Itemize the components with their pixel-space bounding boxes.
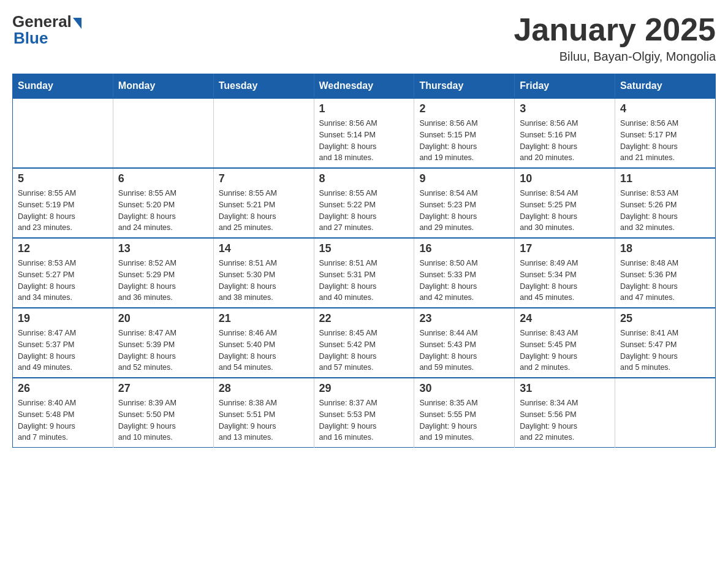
day-info: Sunrise: 8:37 AM Sunset: 5:53 PM Dayligh… [319,397,409,443]
calendar-day-cell [113,98,213,168]
day-number: 5 [18,172,108,185]
day-number: 21 [219,312,309,325]
day-number: 7 [219,172,309,185]
day-number: 25 [620,312,710,325]
day-info: Sunrise: 8:55 AM Sunset: 5:21 PM Dayligh… [219,188,309,234]
day-number: 9 [419,172,509,185]
calendar-day-cell: 11Sunrise: 8:53 AM Sunset: 5:26 PM Dayli… [615,168,716,238]
calendar-day-cell: 1Sunrise: 8:56 AM Sunset: 5:14 PM Daylig… [314,98,414,168]
calendar-day-cell: 2Sunrise: 8:56 AM Sunset: 5:15 PM Daylig… [414,98,515,168]
day-info: Sunrise: 8:56 AM Sunset: 5:17 PM Dayligh… [620,118,710,164]
logo-blue-text: Blue [13,29,48,48]
calendar-day-cell: 21Sunrise: 8:46 AM Sunset: 5:40 PM Dayli… [213,308,314,378]
calendar-day-cell: 3Sunrise: 8:56 AM Sunset: 5:16 PM Daylig… [515,98,615,168]
day-info: Sunrise: 8:55 AM Sunset: 5:19 PM Dayligh… [18,188,108,234]
title-section: January 2025 Biluu, Bayan-Olgiy, Mongoli… [514,12,716,64]
day-info: Sunrise: 8:34 AM Sunset: 5:56 PM Dayligh… [520,397,610,443]
day-of-week-header: Friday [515,74,615,99]
calendar-day-cell: 9Sunrise: 8:54 AM Sunset: 5:23 PM Daylig… [414,168,515,238]
calendar-day-cell: 26Sunrise: 8:40 AM Sunset: 5:48 PM Dayli… [13,378,113,448]
day-of-week-header: Saturday [615,74,716,99]
day-number: 14 [219,242,309,255]
calendar-week-row: 19Sunrise: 8:47 AM Sunset: 5:37 PM Dayli… [13,308,716,378]
calendar-week-row: 5Sunrise: 8:55 AM Sunset: 5:19 PM Daylig… [13,168,716,238]
day-info: Sunrise: 8:56 AM Sunset: 5:14 PM Dayligh… [319,118,409,164]
day-info: Sunrise: 8:52 AM Sunset: 5:29 PM Dayligh… [118,258,208,304]
day-info: Sunrise: 8:43 AM Sunset: 5:45 PM Dayligh… [520,327,610,373]
day-info: Sunrise: 8:51 AM Sunset: 5:30 PM Dayligh… [219,258,309,304]
day-info: Sunrise: 8:53 AM Sunset: 5:26 PM Dayligh… [620,188,710,234]
calendar-day-cell: 31Sunrise: 8:34 AM Sunset: 5:56 PM Dayli… [515,378,615,448]
calendar-day-cell: 6Sunrise: 8:55 AM Sunset: 5:20 PM Daylig… [113,168,213,238]
day-of-week-header: Thursday [414,74,515,99]
day-number: 31 [520,382,610,395]
calendar-day-cell: 12Sunrise: 8:53 AM Sunset: 5:27 PM Dayli… [13,238,113,308]
calendar-day-cell: 25Sunrise: 8:41 AM Sunset: 5:47 PM Dayli… [615,308,716,378]
day-info: Sunrise: 8:39 AM Sunset: 5:50 PM Dayligh… [118,397,208,443]
day-number: 23 [419,312,509,325]
day-number: 27 [118,382,208,395]
day-number: 30 [419,382,509,395]
day-info: Sunrise: 8:38 AM Sunset: 5:51 PM Dayligh… [219,397,309,443]
day-info: Sunrise: 8:56 AM Sunset: 5:16 PM Dayligh… [520,118,610,164]
day-info: Sunrise: 8:49 AM Sunset: 5:34 PM Dayligh… [520,258,610,304]
day-number: 11 [620,172,710,185]
calendar-day-cell: 17Sunrise: 8:49 AM Sunset: 5:34 PM Dayli… [515,238,615,308]
day-info: Sunrise: 8:41 AM Sunset: 5:47 PM Dayligh… [620,327,710,373]
day-number: 29 [319,382,409,395]
day-info: Sunrise: 8:54 AM Sunset: 5:23 PM Dayligh… [419,188,509,234]
day-number: 6 [118,172,208,185]
day-number: 18 [620,242,710,255]
calendar-day-cell: 10Sunrise: 8:54 AM Sunset: 5:25 PM Dayli… [515,168,615,238]
calendar-header-row: SundayMondayTuesdayWednesdayThursdayFrid… [13,74,716,99]
day-info: Sunrise: 8:47 AM Sunset: 5:37 PM Dayligh… [18,327,108,373]
calendar-day-cell: 22Sunrise: 8:45 AM Sunset: 5:42 PM Dayli… [314,308,414,378]
day-number: 26 [18,382,108,395]
day-info: Sunrise: 8:48 AM Sunset: 5:36 PM Dayligh… [620,258,710,304]
calendar-day-cell: 29Sunrise: 8:37 AM Sunset: 5:53 PM Dayli… [314,378,414,448]
day-number: 28 [219,382,309,395]
month-title: January 2025 [514,12,716,47]
day-info: Sunrise: 8:40 AM Sunset: 5:48 PM Dayligh… [18,397,108,443]
day-info: Sunrise: 8:50 AM Sunset: 5:33 PM Dayligh… [419,258,509,304]
day-info: Sunrise: 8:47 AM Sunset: 5:39 PM Dayligh… [118,327,208,373]
calendar-day-cell: 23Sunrise: 8:44 AM Sunset: 5:43 PM Dayli… [414,308,515,378]
calendar-week-row: 12Sunrise: 8:53 AM Sunset: 5:27 PM Dayli… [13,238,716,308]
day-info: Sunrise: 8:45 AM Sunset: 5:42 PM Dayligh… [319,327,409,373]
calendar-day-cell: 8Sunrise: 8:55 AM Sunset: 5:22 PM Daylig… [314,168,414,238]
calendar-day-cell: 27Sunrise: 8:39 AM Sunset: 5:50 PM Dayli… [113,378,213,448]
calendar-week-row: 1Sunrise: 8:56 AM Sunset: 5:14 PM Daylig… [13,98,716,168]
calendar-day-cell: 4Sunrise: 8:56 AM Sunset: 5:17 PM Daylig… [615,98,716,168]
day-of-week-header: Sunday [13,74,113,99]
calendar-day-cell: 5Sunrise: 8:55 AM Sunset: 5:19 PM Daylig… [13,168,113,238]
day-number: 2 [419,102,509,115]
day-number: 15 [319,242,409,255]
calendar-day-cell: 30Sunrise: 8:35 AM Sunset: 5:55 PM Dayli… [414,378,515,448]
day-info: Sunrise: 8:56 AM Sunset: 5:15 PM Dayligh… [419,118,509,164]
day-of-week-header: Tuesday [213,74,314,99]
calendar-day-cell: 20Sunrise: 8:47 AM Sunset: 5:39 PM Dayli… [113,308,213,378]
calendar-day-cell [213,98,314,168]
location-subtitle: Biluu, Bayan-Olgiy, Mongolia [514,50,716,64]
calendar-day-cell: 24Sunrise: 8:43 AM Sunset: 5:45 PM Dayli… [515,308,615,378]
day-number: 19 [18,312,108,325]
calendar-day-cell: 18Sunrise: 8:48 AM Sunset: 5:36 PM Dayli… [615,238,716,308]
calendar-day-cell: 15Sunrise: 8:51 AM Sunset: 5:31 PM Dayli… [314,238,414,308]
calendar-week-row: 26Sunrise: 8:40 AM Sunset: 5:48 PM Dayli… [13,378,716,448]
calendar-day-cell: 16Sunrise: 8:50 AM Sunset: 5:33 PM Dayli… [414,238,515,308]
day-number: 10 [520,172,610,185]
day-number: 22 [319,312,409,325]
day-number: 24 [520,312,610,325]
day-number: 3 [520,102,610,115]
calendar-day-cell: 28Sunrise: 8:38 AM Sunset: 5:51 PM Dayli… [213,378,314,448]
day-of-week-header: Wednesday [314,74,414,99]
day-info: Sunrise: 8:55 AM Sunset: 5:20 PM Dayligh… [118,188,208,234]
logo-triangle-icon [73,18,82,29]
day-number: 1 [319,102,409,115]
day-number: 13 [118,242,208,255]
day-number: 17 [520,242,610,255]
calendar-day-cell: 13Sunrise: 8:52 AM Sunset: 5:29 PM Dayli… [113,238,213,308]
calendar-day-cell: 19Sunrise: 8:47 AM Sunset: 5:37 PM Dayli… [13,308,113,378]
calendar-table: SundayMondayTuesdayWednesdayThursdayFrid… [12,74,716,448]
calendar-day-cell: 7Sunrise: 8:55 AM Sunset: 5:21 PM Daylig… [213,168,314,238]
